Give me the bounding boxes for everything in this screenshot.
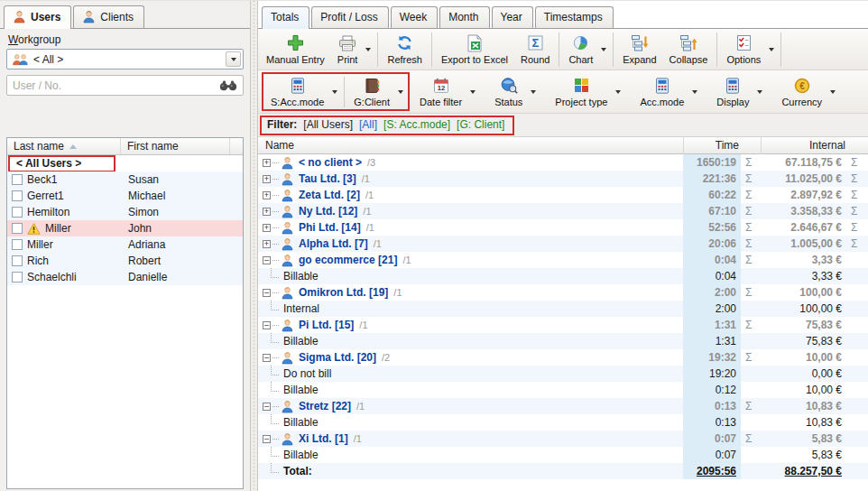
toolbar-button-manual-entry[interactable]: Manual Entry	[260, 32, 331, 67]
expand-box-icon[interactable]: +	[263, 208, 271, 216]
toolbar-button-label: G:Client	[354, 97, 390, 107]
dropdown-arrow-icon[interactable]	[769, 48, 774, 54]
collapse-box-icon[interactable]: –	[263, 289, 271, 297]
row-name-cell: Billable	[258, 382, 683, 398]
table-row[interactable]: Billable0:043,33 €	[258, 268, 868, 284]
user-row[interactable]: SchaelchliDanielle	[7, 269, 243, 285]
client-icon	[281, 205, 294, 218]
tab-totals[interactable]: Totals	[262, 6, 309, 29]
toolbar-button-acc-mode[interactable]: Acc.mode	[633, 75, 701, 109]
table-row[interactable]: +Ny Ltd. [12]/167:10Σ3.358,33 €Σ	[258, 203, 868, 219]
column-header-last-name[interactable]: Last name	[7, 138, 121, 154]
toolbar-button-status[interactable]: Status	[488, 75, 540, 109]
collapse-box-icon[interactable]: –	[263, 435, 271, 443]
binoculars-icon[interactable]	[219, 79, 237, 91]
expand-box-icon[interactable]: +	[263, 159, 271, 167]
table-row[interactable]: –Xi Ltd. [1]/10:07Σ5,83 €	[258, 431, 868, 447]
tab-week[interactable]: Week	[391, 6, 438, 28]
dropdown-arrow-icon[interactable]	[365, 48, 371, 54]
user-row[interactable]: HemiltonSimon	[7, 204, 243, 220]
user-row[interactable]: RichRobert	[7, 253, 243, 269]
tab-month[interactable]: Month	[439, 6, 489, 28]
tree-line	[272, 406, 279, 407]
user-row[interactable]: Gerret1Michael	[7, 188, 243, 204]
workgroup-select[interactable]: < All >	[6, 49, 244, 69]
expand-box-icon[interactable]: +	[263, 240, 271, 248]
table-row[interactable]: –Sigma Ltd. [20]/219:32Σ10,00 €	[258, 349, 868, 366]
panel-splitter[interactable]	[251, 1, 258, 491]
filter-criterion[interactable]: [G: Client]	[457, 118, 504, 131]
toolbar-button-display[interactable]: Display	[710, 75, 766, 109]
toolbar-button-chart[interactable]: Chart	[562, 32, 610, 67]
toolbar-button-export-to-excel[interactable]: Export to Excel	[435, 32, 514, 67]
user-checkbox[interactable]	[12, 255, 23, 266]
table-row[interactable]: Billable0:075,83 €	[258, 447, 868, 463]
tab-users[interactable]: Users	[4, 5, 71, 29]
dropdown-arrow-icon[interactable]	[615, 90, 621, 97]
table-row[interactable]: Total:2095:5688.257,50 €	[258, 463, 868, 479]
toolbar-button-date-filter[interactable]: 12Date filter	[413, 75, 479, 109]
filter-criterion[interactable]: [S: Acc.mode]	[383, 118, 450, 131]
toolbar-button-round[interactable]: ΣRound	[514, 32, 556, 67]
user-row[interactable]: MillerAdriana	[7, 236, 243, 253]
collapse-box-icon[interactable]: –	[263, 321, 271, 329]
user-last-name: Hemilton	[27, 206, 69, 218]
table-row[interactable]: –go ecommerce [21]/10:04Σ3,33 €	[258, 252, 868, 268]
toolbar-button-collapse[interactable]: Collapse	[663, 32, 715, 67]
filter-criterion[interactable]: [All]	[359, 118, 377, 131]
table-row[interactable]: +Zeta Ltd. [2]/160:22Σ2.897,92 €Σ	[258, 187, 868, 203]
dropdown-arrow-icon[interactable]	[601, 48, 606, 54]
collapse-box-icon[interactable]: –	[263, 403, 271, 411]
table-row[interactable]: +< no client >/31650:19Σ67.118,75 €Σ	[258, 154, 868, 171]
toolbar-button-options[interactable]: Options	[720, 32, 778, 67]
dropdown-arrow-icon[interactable]	[332, 90, 337, 97]
user-checkbox[interactable]	[12, 272, 23, 283]
table-row[interactable]: Do not bill19:200,00 €	[258, 366, 868, 382]
user-row[interactable]: Beck1Susan	[7, 171, 243, 188]
user-row[interactable]: MillerJohn	[7, 220, 243, 236]
table-row[interactable]: +Tau Ltd. [3]/1221:36Σ11.025,00 €Σ	[258, 171, 868, 187]
expand-box-icon[interactable]: +	[263, 224, 271, 232]
workgroup-dropdown-button[interactable]	[226, 51, 241, 67]
toolbar-button-s-acc-mode[interactable]: S:Acc.mode	[264, 75, 341, 109]
user-checkbox[interactable]	[12, 174, 23, 185]
table-row[interactable]: Internal2:00100,00 €	[258, 301, 868, 317]
toolbar-button-refresh[interactable]: Refresh	[381, 32, 429, 67]
dropdown-arrow-icon[interactable]	[757, 90, 762, 97]
collapse-box-icon[interactable]: –	[263, 256, 271, 264]
tab-timestamps[interactable]: Timestamps	[535, 6, 614, 28]
toolbar-button-expand[interactable]: Expand	[616, 32, 662, 67]
table-row[interactable]: Billable0:1310,83 €	[258, 414, 868, 431]
toolbar-button-project-type[interactable]: Project type	[549, 75, 624, 109]
table-row[interactable]: Billable0:1210,00 €	[258, 382, 868, 398]
table-row[interactable]: –Stretz [22]/10:13Σ10,83 €	[258, 398, 868, 414]
table-row[interactable]: –Omikron Ltd. [19]/12:00Σ100,00 €	[258, 284, 868, 301]
expand-box-icon[interactable]: +	[263, 191, 271, 199]
column-header-first-name[interactable]: First name	[121, 138, 230, 154]
tab-profit-loss[interactable]: Profit / Loss	[311, 6, 388, 28]
dropdown-arrow-icon[interactable]	[398, 90, 403, 97]
user-checkbox[interactable]	[12, 190, 23, 201]
toolbar-button-print[interactable]: Print	[331, 32, 375, 67]
filter-criterion[interactable]: [All Users]	[303, 118, 353, 131]
toolbar-button-label: Collapse	[669, 54, 708, 65]
dropdown-arrow-icon[interactable]	[692, 90, 697, 97]
user-checkbox[interactable]	[12, 239, 23, 250]
collapse-box-icon[interactable]: –	[263, 354, 271, 362]
toolbar-button-currency[interactable]: €Currency	[775, 75, 839, 109]
dropdown-arrow-icon[interactable]	[830, 90, 836, 97]
table-row[interactable]: –Pi Ltd. [15]/11:31Σ75,83 €	[258, 317, 868, 333]
user-checkbox[interactable]	[12, 207, 23, 218]
expand-box-icon[interactable]: +	[263, 175, 271, 183]
table-row[interactable]: Billable1:3175,83 €	[258, 333, 868, 349]
table-row[interactable]: +Phi Ltd. [14]/152:56Σ2.646,67 €Σ	[258, 219, 868, 236]
tab-clients[interactable]: Clients	[73, 5, 144, 28]
user-row[interactable]: < All Users >	[7, 155, 243, 171]
tab-year[interactable]: Year	[492, 6, 533, 28]
dropdown-arrow-icon[interactable]	[531, 90, 536, 97]
dropdown-arrow-icon[interactable]	[470, 90, 476, 97]
toolbar-button-g-client[interactable]: G:Client	[347, 75, 407, 109]
table-row[interactable]: +Alpha Ltd. [7]/120:06Σ1.005,00 €Σ	[258, 236, 868, 252]
user-search-input[interactable]	[13, 79, 216, 92]
user-checkbox[interactable]	[12, 223, 23, 234]
